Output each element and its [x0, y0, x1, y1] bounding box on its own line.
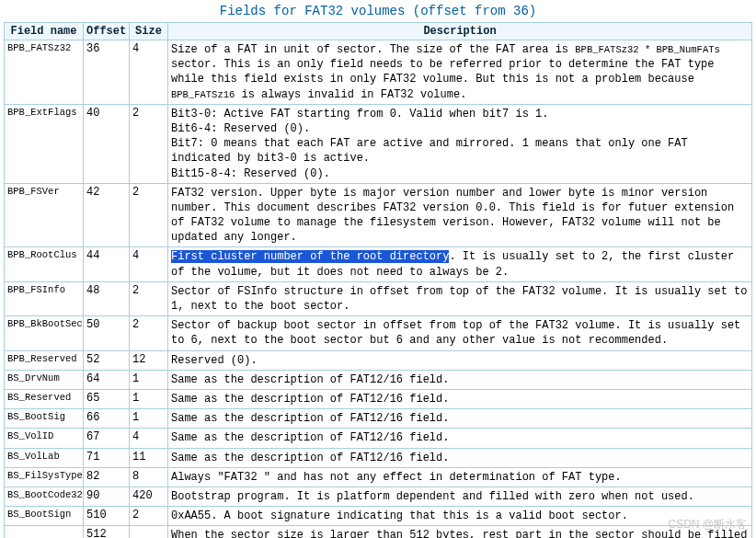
cell-offset: 52 [84, 350, 130, 370]
cell-size: 1 [130, 409, 168, 429]
cell-description: Same as the description of FAT12/16 fiel… [168, 370, 752, 389]
cell-description: FAT32 version. Upper byte is major versi… [168, 183, 752, 247]
cell-size: 2 [130, 104, 168, 183]
cell-description: First cluster number of the root directo… [168, 247, 752, 281]
desc-line: Bit15-8-4: Reserved (0). [171, 167, 330, 180]
desc-text: sector. This is an only field needs to b… [171, 58, 715, 86]
cell-description: Same as the description of FAT12/16 fiel… [168, 389, 752, 408]
cell-fieldname: BPB_BkBootSec [5, 316, 84, 350]
cell-description: Sector of backup boot sector in offset f… [168, 316, 752, 350]
cell-description: Reserved (0). [168, 350, 752, 370]
cell-offset: 82 [84, 467, 130, 486]
cell-size: 2 [130, 183, 168, 247]
cell-fieldname: BPB_RootClus [5, 247, 84, 281]
highlighted-text[interactable]: First cluster number of the root directo… [171, 250, 449, 263]
cell-offset: 512 [84, 526, 130, 538]
cell-fieldname: BPB_FATSz32 [5, 40, 84, 105]
cell-description: Size of a FAT in unit of sector. The siz… [168, 40, 752, 105]
cell-size: 4 [130, 429, 168, 448]
cell-fieldname: BS_Reserved [5, 389, 84, 408]
desc-line: Bit7: 0 means that each FAT are active a… [171, 137, 688, 165]
cell-size: 2 [130, 507, 168, 526]
cell-size: 12 [130, 350, 168, 370]
cell-size: 2 [130, 316, 168, 350]
cell-description: Same as the description of FAT12/16 fiel… [168, 448, 752, 467]
table-header-row: Field name Offset Size Description [5, 23, 752, 40]
inline-code: BPB_FATSz16 [171, 89, 235, 100]
table-row: BPB_FATSz32364Size of a FAT in unit of s… [5, 40, 752, 105]
cell-fieldname [5, 526, 84, 538]
table-row: BPB_FSVer422FAT32 version. Upper byte is… [5, 183, 752, 247]
cell-description: Always "FAT32 " and has not any effect i… [168, 467, 752, 486]
cell-fieldname: BPB_Reserved [5, 350, 84, 370]
cell-fieldname: BS_VolID [5, 429, 84, 448]
table-row: BS_Reserved651Same as the description of… [5, 389, 752, 408]
cell-fieldname: BS_BootSig [5, 409, 84, 429]
cell-offset: 48 [84, 281, 130, 315]
inline-code: BPB_FATSz32 * BPB_NumFATs [575, 44, 720, 55]
table-caption: Fields for FAT32 volumes (offset from 36… [4, 4, 752, 18]
cell-size: 4 [130, 247, 168, 281]
cell-description: Bootstrap program. It is platform depend… [168, 486, 752, 506]
cell-size [130, 526, 168, 538]
cell-size: 8 [130, 467, 168, 486]
cell-description: Same as the description of FAT12/16 fiel… [168, 429, 752, 448]
cell-fieldname: BPB_FSVer [5, 183, 84, 247]
table-row: BS_VolLab7111Same as the description of … [5, 448, 752, 467]
cell-size: 4 [130, 40, 168, 105]
cell-offset: 64 [84, 370, 130, 389]
cell-offset: 66 [84, 409, 130, 429]
cell-size: 420 [130, 486, 168, 506]
header-fieldname: Field name [5, 23, 84, 40]
table-row: BS_BootCode3290420Bootstrap program. It … [5, 486, 752, 506]
table-row: BPB_BkBootSec502Sector of backup boot se… [5, 316, 752, 350]
header-offset: Offset [84, 23, 130, 40]
cell-offset: 44 [84, 247, 130, 281]
table-row: BPB_RootClus444First cluster number of t… [5, 247, 752, 281]
cell-offset: 65 [84, 389, 130, 408]
desc-line: Bit6-4: Reserved (0). [171, 122, 310, 135]
cell-size: 11 [130, 448, 168, 467]
cell-offset: 71 [84, 448, 130, 467]
cell-size: 2 [130, 281, 168, 315]
cell-fieldname: BPB_ExtFlags [5, 104, 84, 183]
cell-description: When the sector size is larger than 512 … [168, 526, 752, 538]
header-size: Size [130, 23, 168, 40]
table-row: BS_BootSign51020xAA55. A boot signature … [5, 507, 752, 526]
cell-fieldname: BPB_FSInfo [5, 281, 84, 315]
cell-description: Same as the description of FAT12/16 fiel… [168, 409, 752, 429]
cell-description: Bit3-0: Active FAT starting from 0. Vali… [168, 104, 752, 183]
table-row: BS_BootSig661Same as the description of … [5, 409, 752, 429]
cell-offset: 90 [84, 486, 130, 506]
desc-text: is always invalid in FAT32 volume. [235, 88, 466, 101]
cell-fieldname: BS_DrvNum [5, 370, 84, 389]
cell-fieldname: BS_BootCode32 [5, 486, 84, 506]
desc-line: Bit3-0: Active FAT starting from 0. Vali… [171, 108, 548, 120]
table-row: BS_VolID674Same as the description of FA… [5, 429, 752, 448]
table-row: BPB_Reserved5212Reserved (0). [5, 350, 752, 370]
cell-size: 1 [130, 370, 168, 389]
cell-fieldname: BS_BootSign [5, 507, 84, 526]
cell-offset: 42 [84, 183, 130, 247]
cell-offset: 67 [84, 429, 130, 448]
desc-text: Size of a FAT in unit of sector. The siz… [171, 43, 575, 56]
table-row: BS_DrvNum641Same as the description of F… [5, 370, 752, 389]
cell-description: 0xAA55. A boot signature indicating that… [168, 507, 752, 526]
table-row: 512When the sector size is larger than 5… [5, 526, 752, 538]
table-row: BS_FilSysType828Always "FAT32 " and has … [5, 467, 752, 486]
cell-fieldname: BS_VolLab [5, 448, 84, 467]
header-description: Description [168, 23, 752, 40]
cell-fieldname: BS_FilSysType [5, 467, 84, 486]
cell-offset: 40 [84, 104, 130, 183]
cell-offset: 510 [84, 507, 130, 526]
cell-size: 1 [130, 389, 168, 408]
table-row: BPB_FSInfo482Sector of FSInfo structure … [5, 281, 752, 315]
table-row: BPB_ExtFlags402Bit3-0: Active FAT starti… [5, 104, 752, 183]
fat32-fields-table: Field name Offset Size Description BPB_F… [4, 22, 752, 538]
cell-offset: 36 [84, 40, 130, 105]
cell-description: Sector of FSInfo structure in offset fro… [168, 281, 752, 315]
cell-offset: 50 [84, 316, 130, 350]
